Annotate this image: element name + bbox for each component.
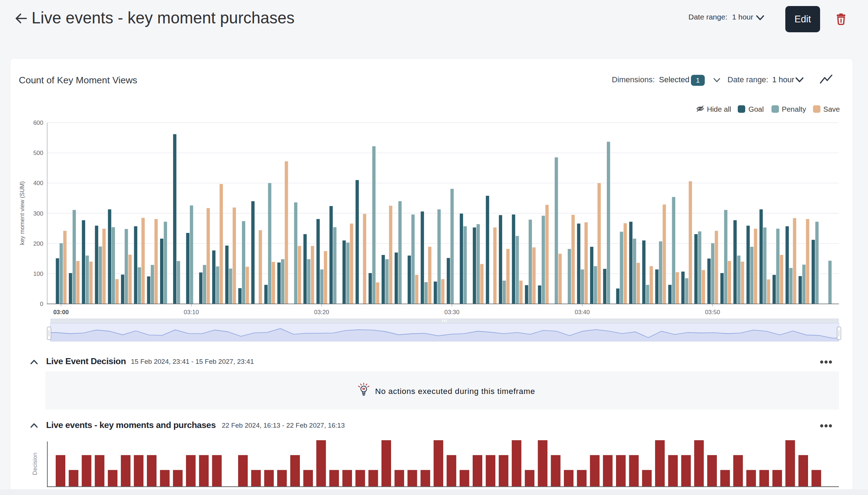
svg-text:0: 0: [40, 301, 43, 307]
svg-text:03:00: 03:00: [53, 309, 68, 316]
svg-text:03:10: 03:10: [184, 309, 199, 316]
svg-text:100: 100: [33, 271, 43, 277]
svg-text:400: 400: [33, 180, 43, 187]
svg-text:300: 300: [33, 210, 43, 217]
svg-text:Decision: Decision: [32, 452, 38, 475]
svg-text:03:20: 03:20: [314, 309, 329, 316]
svg-text:03:50: 03:50: [705, 309, 720, 316]
svg-text:03:40: 03:40: [575, 309, 590, 316]
svg-text:200: 200: [33, 240, 43, 247]
svg-text:500: 500: [33, 150, 43, 156]
svg-text:600: 600: [33, 119, 43, 126]
svg-text:03:30: 03:30: [444, 309, 460, 316]
svg-text:key moment view (SUM): key moment view (SUM): [19, 181, 25, 245]
